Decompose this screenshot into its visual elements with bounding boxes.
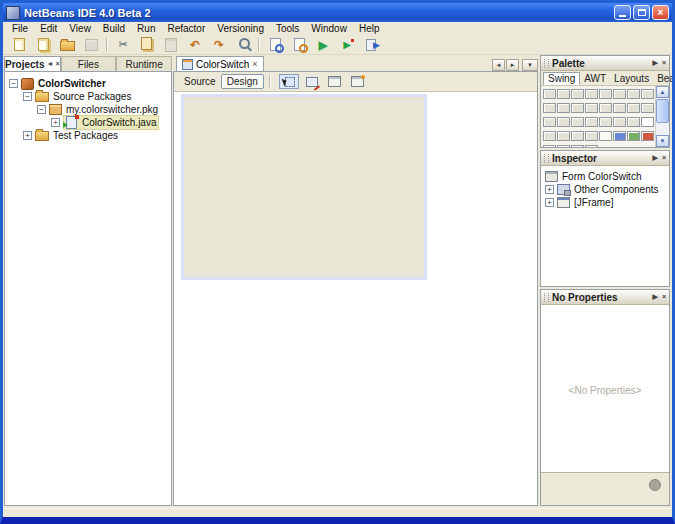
palette-item-jtextarea[interactable] <box>556 101 570 115</box>
menu-file[interactable]: File <box>6 23 34 34</box>
menu-edit[interactable]: Edit <box>34 23 63 34</box>
palette-item-jpasswordfield[interactable] <box>598 115 612 129</box>
palette-item-jscrollbar[interactable] <box>598 101 612 115</box>
palette-scrollbar[interactable]: ▲ ▼ <box>655 86 669 147</box>
collapse-icon[interactable]: − <box>9 79 18 88</box>
expand-icon[interactable]: + <box>51 118 60 127</box>
palette-item-buttongroup[interactable] <box>612 87 626 101</box>
find-button[interactable] <box>232 36 254 53</box>
menu-window[interactable]: Window <box>305 23 353 34</box>
palette-item-jfilechooser[interactable] <box>556 143 570 147</box>
menu-tools[interactable]: Tools <box>270 23 305 34</box>
design-view-button[interactable]: Design <box>221 74 264 89</box>
palette-item-jlist[interactable] <box>640 87 654 101</box>
inspector-title-bar[interactable]: Inspector ▶ × <box>541 151 669 166</box>
collapse-icon[interactable]: − <box>37 105 46 114</box>
palette-item-jseparator[interactable] <box>626 115 640 129</box>
palette-item-jlabel[interactable] <box>542 87 556 101</box>
copy-button[interactable] <box>136 36 158 53</box>
palette-item-jtoolbar[interactable] <box>584 129 598 143</box>
title-bar[interactable]: NetBeans IDE 4.0 Beta 2 × <box>3 3 672 22</box>
save-all-button[interactable] <box>80 36 102 53</box>
run-main-project-button[interactable]: ▶ <box>312 36 334 53</box>
menu-refactor[interactable]: Refactor <box>161 23 211 34</box>
palette-item-jformattedtextfield[interactable] <box>584 115 598 129</box>
scroll-up-icon[interactable]: ▲ <box>656 86 669 98</box>
expand-icon[interactable]: + <box>545 198 554 207</box>
tree-item-colorswitcher[interactable]: − ColorSwitcher <box>5 77 171 90</box>
maximize-button[interactable] <box>633 5 650 20</box>
tab-files[interactable]: Files <box>61 56 117 71</box>
inspector-item-jframe[interactable]: + [JFrame] <box>541 196 669 209</box>
palette-item-jlayeredpane[interactable] <box>612 129 626 143</box>
palette-tab-awt[interactable]: AWT <box>580 72 610 85</box>
tab-list-button[interactable]: ▼ <box>522 59 538 71</box>
open-project-button[interactable] <box>56 36 78 53</box>
source-view-button[interactable]: Source <box>179 75 221 88</box>
palette-item-jcombobox[interactable] <box>626 87 640 101</box>
menu-versioning[interactable]: Versioning <box>211 23 270 34</box>
palette-title-bar[interactable]: Palette ▶ × <box>541 56 669 71</box>
palette-item-jdesktoppane[interactable] <box>626 129 640 143</box>
menu-help[interactable]: Help <box>353 23 386 34</box>
connection-mode-button[interactable] <box>302 74 322 89</box>
help-icon[interactable] <box>649 479 661 491</box>
new-file-button[interactable] <box>8 36 30 53</box>
panel-close-icon[interactable]: × <box>662 59 666 67</box>
scroll-tabs-left-button[interactable]: ◄ <box>492 59 505 71</box>
palette-item-jprogressbar[interactable] <box>556 115 570 129</box>
new-project-button[interactable] <box>32 36 54 53</box>
panel-close-icon[interactable]: × <box>662 154 666 162</box>
palette-item-jscrollpane[interactable] <box>612 101 626 115</box>
palette-tab-beans[interactable]: Beans <box>653 72 675 85</box>
close-button[interactable]: × <box>652 5 669 20</box>
palette-item-jcheckbox[interactable] <box>584 87 598 101</box>
panel-menu-icon[interactable]: ▶ <box>653 154 658 162</box>
undo-button[interactable]: ↶ <box>184 36 206 53</box>
minimize-button[interactable] <box>614 5 631 20</box>
tree-item-source-packages[interactable]: − Source Packages <box>5 90 171 103</box>
properties-title-bar[interactable]: No Properties ▶ × <box>541 290 669 305</box>
selection-mode-button[interactable] <box>279 74 299 89</box>
palette-item-jtextfield[interactable] <box>542 101 556 115</box>
redo-button[interactable]: ↷ <box>208 36 230 53</box>
palette-item-jradiobutton[interactable] <box>598 87 612 101</box>
palette-item-jpopupmenu[interactable] <box>640 101 654 115</box>
palette-item-jmenubar[interactable] <box>626 101 640 115</box>
editor-tab-colorswitch[interactable]: ColorSwitch × <box>176 56 264 71</box>
tree-item-colorswitch-java[interactable]: + ColorSwitch.java <box>5 116 171 129</box>
menu-run[interactable]: Run <box>131 23 161 34</box>
palette-item-jtabbedpane[interactable] <box>584 101 598 115</box>
selected-tree-item[interactable]: ColorSwitch.java <box>63 115 159 130</box>
panel-menu-icon[interactable]: ▶ <box>653 293 658 301</box>
inspector-item-form[interactable]: Form ColorSwitch <box>541 170 669 183</box>
cut-button[interactable]: ✂ <box>112 36 134 53</box>
palette-item-jspinner[interactable] <box>612 115 626 129</box>
auto-hide-icon[interactable]: ◄ <box>46 60 53 68</box>
close-tab-icon[interactable]: × <box>252 60 257 69</box>
tree-item-test-packages[interactable]: + Test Packages <box>5 129 171 142</box>
preview-form-button[interactable] <box>348 74 368 89</box>
build-main-project-button[interactable] <box>264 36 286 53</box>
palette-item-jeditorpane[interactable] <box>542 129 556 143</box>
palette-item-jslider[interactable] <box>542 115 556 129</box>
jframe-design-surface[interactable] <box>181 94 427 280</box>
panel-close-icon[interactable]: × <box>662 293 666 301</box>
debug-main-project-button[interactable] <box>360 36 382 53</box>
palette-item-jtextpane[interactable] <box>640 115 654 129</box>
expand-icon[interactable]: + <box>23 131 32 140</box>
palette-tab-layouts[interactable]: Layouts <box>610 72 653 85</box>
inspector-item-other-components[interactable]: + Other Components <box>541 183 669 196</box>
palette-item-jcolorchooser[interactable] <box>542 143 556 147</box>
preview-design-button[interactable] <box>325 74 345 89</box>
clean-build-button[interactable] <box>288 36 310 53</box>
palette-item-jdialog[interactable] <box>570 143 584 147</box>
palette-item-jinternalframe[interactable] <box>598 129 612 143</box>
palette-item-joptionpane[interactable] <box>640 129 654 143</box>
menu-view[interactable]: View <box>63 23 97 34</box>
scrollbar-thumb[interactable] <box>656 99 669 123</box>
palette-item-jsplitpane[interactable] <box>570 115 584 129</box>
tab-projects[interactable]: Projects ◄ × <box>4 56 61 71</box>
palette-tab-swing[interactable]: Swing <box>543 72 580 85</box>
palette-item-jbutton[interactable] <box>556 87 570 101</box>
